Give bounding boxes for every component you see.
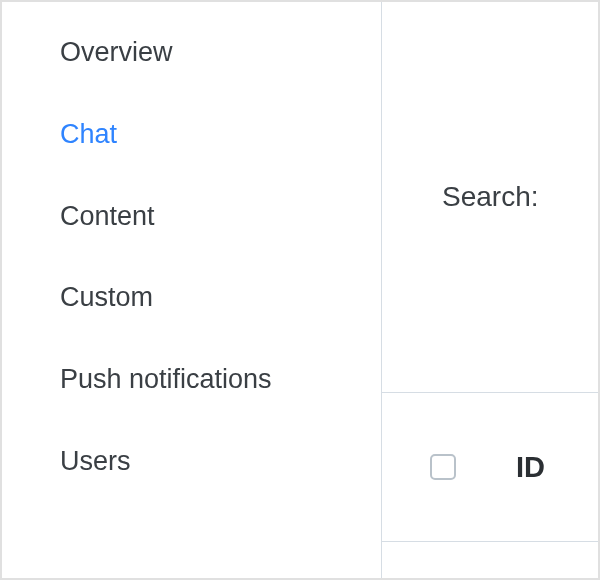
table-body <box>382 542 598 578</box>
sidebar-item-content[interactable]: Content <box>60 200 351 234</box>
sidebar-item-overview[interactable]: Overview <box>60 36 351 70</box>
sidebar: Overview Chat Content Custom Push notifi… <box>2 2 382 578</box>
sidebar-item-push-notifications[interactable]: Push notifications <box>60 363 351 397</box>
main-panel: Search: ID <box>382 2 598 578</box>
app-frame: Overview Chat Content Custom Push notifi… <box>0 0 600 580</box>
table-header-row: ID <box>382 392 598 542</box>
search-area: Search: <box>382 2 598 392</box>
column-header-id[interactable]: ID <box>516 451 545 484</box>
sidebar-item-chat[interactable]: Chat <box>60 118 351 152</box>
select-all-checkbox[interactable] <box>430 454 456 480</box>
search-label: Search: <box>442 181 539 213</box>
sidebar-item-users[interactable]: Users <box>60 445 351 479</box>
sidebar-item-custom[interactable]: Custom <box>60 281 351 315</box>
